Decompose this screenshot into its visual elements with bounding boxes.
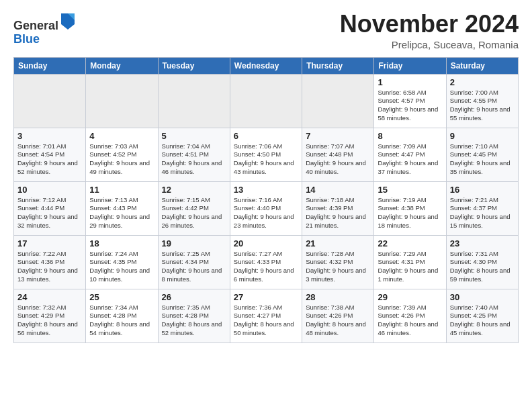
day-number: 8 — [378, 131, 442, 141]
day-info: Sunrise: 7:21 AMSunset: 4:37 PMDaylight:… — [450, 196, 515, 230]
day-number: 19 — [162, 238, 226, 248]
day-number: 2 — [450, 77, 515, 87]
weekday-header-sunday: Sunday — [14, 57, 86, 74]
calendar-cell — [158, 74, 230, 128]
logo-icon — [60, 11, 76, 30]
calendar-cell: 10Sunrise: 7:12 AMSunset: 4:44 PMDayligh… — [14, 181, 86, 235]
calendar-cell: 12Sunrise: 7:15 AMSunset: 4:42 PMDayligh… — [158, 181, 230, 235]
day-number: 26 — [162, 292, 226, 302]
calendar-cell: 21Sunrise: 7:28 AMSunset: 4:32 PMDayligh… — [302, 235, 374, 289]
day-number: 27 — [234, 292, 298, 302]
calendar-cell: 6Sunrise: 7:06 AMSunset: 4:50 PMDaylight… — [230, 128, 302, 181]
day-number: 11 — [89, 185, 154, 195]
day-number: 23 — [450, 238, 515, 248]
calendar-cell: 3Sunrise: 7:01 AMSunset: 4:54 PMDaylight… — [14, 128, 86, 181]
day-number: 5 — [162, 131, 226, 141]
calendar-cell: 28Sunrise: 7:38 AMSunset: 4:26 PMDayligh… — [302, 289, 374, 342]
calendar-cell: 19Sunrise: 7:25 AMSunset: 4:34 PMDayligh… — [158, 235, 230, 289]
logo-general-text: General — [13, 19, 58, 32]
day-number: 15 — [378, 185, 442, 195]
day-number: 7 — [306, 131, 370, 141]
day-info: Sunrise: 7:04 AMSunset: 4:51 PMDaylight:… — [162, 142, 226, 177]
calendar-cell: 9Sunrise: 7:10 AMSunset: 4:45 PMDaylight… — [446, 128, 518, 181]
weekday-header-friday: Friday — [374, 57, 446, 74]
calendar-cell: 2Sunrise: 7:00 AMSunset: 4:55 PMDaylight… — [446, 74, 518, 128]
calendar-cell: 8Sunrise: 7:09 AMSunset: 4:47 PMDaylight… — [374, 128, 446, 181]
calendar-cell: 20Sunrise: 7:27 AMSunset: 4:33 PMDayligh… — [230, 235, 302, 289]
weekday-header-tuesday: Tuesday — [158, 57, 230, 74]
calendar-cell — [14, 74, 86, 128]
day-info: Sunrise: 7:35 AMSunset: 4:28 PMDaylight:… — [162, 304, 226, 338]
calendar-cell: 23Sunrise: 7:31 AMSunset: 4:30 PMDayligh… — [446, 235, 518, 289]
weekday-header-wednesday: Wednesday — [230, 57, 302, 74]
day-info: Sunrise: 7:22 AMSunset: 4:36 PMDaylight:… — [17, 250, 82, 284]
day-info: Sunrise: 7:03 AMSunset: 4:52 PMDaylight:… — [89, 142, 154, 177]
day-number: 20 — [234, 238, 298, 248]
day-info: Sunrise: 7:25 AMSunset: 4:34 PMDaylight:… — [162, 250, 226, 284]
day-number: 29 — [378, 292, 442, 302]
day-info: Sunrise: 7:01 AMSunset: 4:54 PMDaylight:… — [17, 142, 82, 177]
calendar-table: SundayMondayTuesdayWednesdayThursdayFrid… — [13, 57, 519, 343]
day-info: Sunrise: 7:12 AMSunset: 4:44 PMDaylight:… — [17, 196, 82, 230]
calendar-cell: 11Sunrise: 7:13 AMSunset: 4:43 PMDayligh… — [86, 181, 158, 235]
day-info: Sunrise: 7:38 AMSunset: 4:26 PMDaylight:… — [306, 304, 370, 338]
month-title: November 2024 — [340, 11, 519, 38]
day-info: Sunrise: 7:10 AMSunset: 4:45 PMDaylight:… — [450, 142, 515, 177]
calendar-cell — [86, 74, 158, 128]
day-number: 14 — [306, 185, 370, 195]
calendar-cell: 13Sunrise: 7:16 AMSunset: 4:40 PMDayligh… — [230, 181, 302, 235]
day-number: 4 — [89, 131, 154, 141]
day-info: Sunrise: 7:19 AMSunset: 4:38 PMDaylight:… — [378, 196, 442, 230]
day-info: Sunrise: 7:13 AMSunset: 4:43 PMDaylight:… — [89, 196, 154, 230]
day-number: 9 — [450, 131, 515, 141]
calendar-cell: 17Sunrise: 7:22 AMSunset: 4:36 PMDayligh… — [14, 235, 86, 289]
calendar-cell: 7Sunrise: 7:07 AMSunset: 4:48 PMDaylight… — [302, 128, 374, 181]
day-info: Sunrise: 7:32 AMSunset: 4:29 PMDaylight:… — [17, 304, 82, 338]
day-info: Sunrise: 7:39 AMSunset: 4:26 PMDaylight:… — [378, 304, 442, 338]
day-info: Sunrise: 7:07 AMSunset: 4:48 PMDaylight:… — [306, 142, 370, 177]
calendar-cell — [302, 74, 374, 128]
calendar-cell: 30Sunrise: 7:40 AMSunset: 4:25 PMDayligh… — [446, 289, 518, 342]
day-number: 28 — [306, 292, 370, 302]
calendar-cell: 26Sunrise: 7:35 AMSunset: 4:28 PMDayligh… — [158, 289, 230, 342]
calendar-page: General Blue November 2024 Prelipca, Suc… — [0, 0, 532, 411]
calendar-cell: 18Sunrise: 7:24 AMSunset: 4:35 PMDayligh… — [86, 235, 158, 289]
day-number: 12 — [162, 185, 226, 195]
day-number: 1 — [378, 77, 442, 87]
day-info: Sunrise: 7:27 AMSunset: 4:33 PMDaylight:… — [234, 250, 298, 284]
day-info: Sunrise: 7:00 AMSunset: 4:55 PMDaylight:… — [450, 89, 515, 123]
day-number: 17 — [17, 238, 82, 248]
weekday-header-saturday: Saturday — [446, 57, 518, 74]
day-info: Sunrise: 7:36 AMSunset: 4:27 PMDaylight:… — [234, 304, 298, 338]
logo-blue-text: Blue — [13, 32, 40, 46]
day-number: 25 — [89, 292, 154, 302]
day-info: Sunrise: 7:31 AMSunset: 4:30 PMDaylight:… — [450, 250, 515, 284]
weekday-header-monday: Monday — [86, 57, 158, 74]
calendar-cell — [230, 74, 302, 128]
calendar-cell: 4Sunrise: 7:03 AMSunset: 4:52 PMDaylight… — [86, 128, 158, 181]
calendar-cell: 22Sunrise: 7:29 AMSunset: 4:31 PMDayligh… — [374, 235, 446, 289]
day-number: 13 — [234, 185, 298, 195]
day-number: 18 — [89, 238, 154, 248]
logo: General Blue — [13, 11, 76, 46]
day-info: Sunrise: 6:58 AMSunset: 4:57 PMDaylight:… — [378, 89, 442, 123]
day-info: Sunrise: 7:40 AMSunset: 4:25 PMDaylight:… — [450, 304, 515, 338]
day-info: Sunrise: 7:24 AMSunset: 4:35 PMDaylight:… — [89, 250, 154, 284]
day-number: 3 — [17, 131, 82, 141]
calendar-cell: 1Sunrise: 6:58 AMSunset: 4:57 PMDaylight… — [374, 74, 446, 128]
day-number: 21 — [306, 238, 370, 248]
day-info: Sunrise: 7:29 AMSunset: 4:31 PMDaylight:… — [378, 250, 442, 284]
day-number: 22 — [378, 238, 442, 248]
weekday-header-thursday: Thursday — [302, 57, 374, 74]
title-block: November 2024 Prelipca, Suceava, Romania — [340, 11, 519, 50]
location: Prelipca, Suceava, Romania — [340, 39, 519, 50]
day-number: 16 — [450, 185, 515, 195]
day-info: Sunrise: 7:15 AMSunset: 4:42 PMDaylight:… — [162, 196, 226, 230]
calendar-cell: 14Sunrise: 7:18 AMSunset: 4:39 PMDayligh… — [302, 181, 374, 235]
calendar-cell: 24Sunrise: 7:32 AMSunset: 4:29 PMDayligh… — [14, 289, 86, 342]
day-number: 24 — [17, 292, 82, 302]
day-info: Sunrise: 7:16 AMSunset: 4:40 PMDaylight:… — [234, 196, 298, 230]
day-info: Sunrise: 7:18 AMSunset: 4:39 PMDaylight:… — [306, 196, 370, 230]
calendar-cell: 27Sunrise: 7:36 AMSunset: 4:27 PMDayligh… — [230, 289, 302, 342]
calendar-cell: 16Sunrise: 7:21 AMSunset: 4:37 PMDayligh… — [446, 181, 518, 235]
